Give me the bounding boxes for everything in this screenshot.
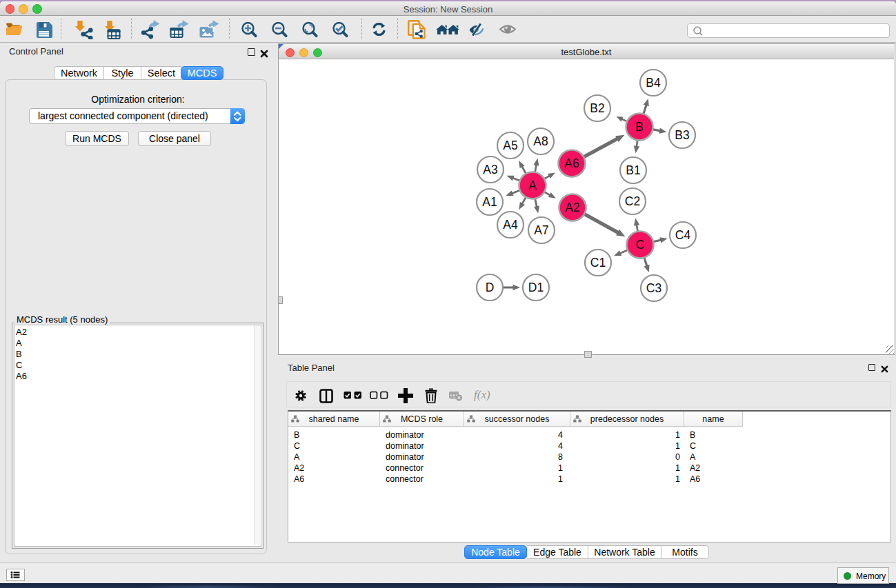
svg-text:A1: A1: [482, 195, 497, 209]
svg-text:B2: B2: [590, 101, 604, 115]
svg-text:B1: B1: [626, 163, 640, 177]
svg-text:C3: C3: [646, 281, 661, 295]
svg-text:A4: A4: [503, 218, 518, 232]
svg-text:B4: B4: [646, 76, 661, 90]
svg-text:A5: A5: [503, 139, 517, 152]
svg-text:C1: C1: [590, 256, 606, 270]
svg-text:A8: A8: [533, 134, 548, 148]
svg-text:D1: D1: [528, 281, 544, 294]
svg-text:A6: A6: [564, 156, 579, 170]
svg-text:C2: C2: [625, 194, 640, 208]
svg-text:B: B: [635, 120, 644, 134]
svg-text:B3: B3: [675, 128, 689, 142]
svg-text:A7: A7: [534, 223, 548, 237]
svg-text:C4: C4: [675, 228, 691, 242]
svg-text:A3: A3: [483, 163, 497, 176]
svg-text:C: C: [636, 238, 645, 252]
svg-text:A: A: [528, 179, 537, 192]
svg-text:D: D: [486, 281, 495, 294]
svg-text:A2: A2: [565, 201, 579, 214]
